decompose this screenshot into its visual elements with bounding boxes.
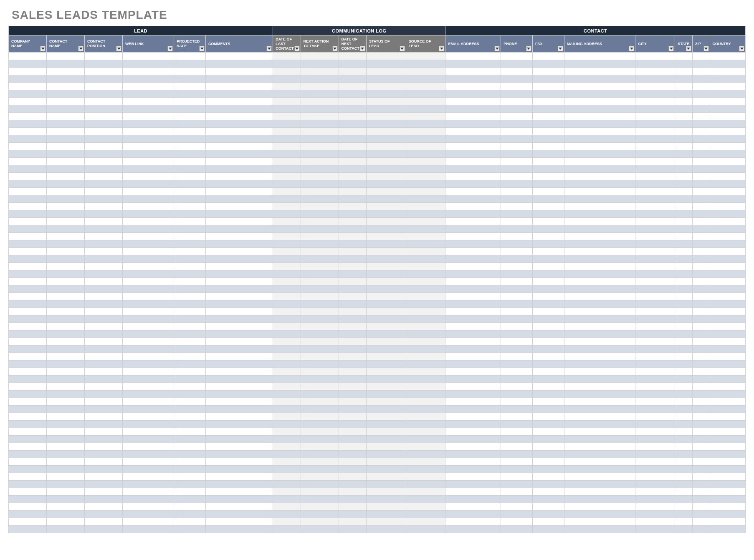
table-cell[interactable]	[692, 511, 710, 518]
table-cell[interactable]	[9, 240, 47, 248]
col-web-link[interactable]: WEB LINK	[123, 35, 174, 53]
table-cell[interactable]	[366, 338, 406, 346]
table-cell[interactable]	[85, 173, 123, 180]
table-cell[interactable]	[174, 143, 206, 150]
table-cell[interactable]	[301, 203, 339, 210]
table-cell[interactable]	[366, 158, 406, 165]
table-cell[interactable]	[366, 376, 406, 383]
table-cell[interactable]	[301, 308, 339, 315]
table-cell[interactable]	[710, 421, 745, 428]
table-cell[interactable]	[692, 526, 710, 533]
table-cell[interactable]	[501, 473, 533, 481]
table-cell[interactable]	[47, 466, 85, 473]
table-cell[interactable]	[206, 68, 273, 75]
table-cell[interactable]	[692, 158, 710, 165]
table-cell[interactable]	[174, 180, 206, 188]
table-cell[interactable]	[366, 511, 406, 518]
table-cell[interactable]	[532, 270, 564, 278]
table-cell[interactable]	[406, 428, 445, 436]
table-cell[interactable]	[174, 473, 206, 481]
table-cell[interactable]	[47, 398, 85, 406]
table-cell[interactable]	[366, 90, 406, 98]
table-cell[interactable]	[123, 391, 174, 398]
table-cell[interactable]	[47, 218, 85, 225]
table-cell[interactable]	[9, 376, 47, 383]
table-cell[interactable]	[85, 300, 123, 308]
table-cell[interactable]	[123, 218, 174, 225]
table-cell[interactable]	[273, 180, 301, 188]
table-cell[interactable]	[339, 195, 366, 203]
table-cell[interactable]	[366, 361, 406, 368]
table-cell[interactable]	[123, 338, 174, 346]
table-cell[interactable]	[273, 308, 301, 315]
table-cell[interactable]	[564, 436, 635, 443]
table-cell[interactable]	[406, 150, 445, 158]
table-cell[interactable]	[47, 353, 85, 361]
table-cell[interactable]	[445, 338, 501, 346]
table-cell[interactable]	[206, 308, 273, 315]
table-cell[interactable]	[273, 361, 301, 368]
table-cell[interactable]	[206, 323, 273, 330]
col-email-address[interactable]: EMAIL ADDRESS	[445, 35, 501, 53]
table-cell[interactable]	[675, 376, 693, 383]
col-date-last-contact[interactable]: DATE OF LAST CONTACT	[273, 35, 301, 53]
filter-dropdown-icon[interactable]	[739, 46, 744, 51]
table-cell[interactable]	[339, 346, 366, 353]
table-cell[interactable]	[501, 255, 533, 263]
table-cell[interactable]	[174, 428, 206, 436]
table-cell[interactable]	[273, 443, 301, 451]
table-cell[interactable]	[301, 518, 339, 526]
table-cell[interactable]	[635, 120, 675, 128]
filter-dropdown-icon[interactable]	[116, 46, 121, 51]
table-cell[interactable]	[273, 128, 301, 135]
table-cell[interactable]	[532, 75, 564, 83]
table-cell[interactable]	[339, 188, 366, 195]
table-cell[interactable]	[206, 413, 273, 421]
table-cell[interactable]	[675, 526, 693, 533]
table-cell[interactable]	[85, 225, 123, 233]
table-cell[interactable]	[675, 488, 693, 496]
table-cell[interactable]	[85, 128, 123, 135]
table-cell[interactable]	[206, 361, 273, 368]
table-cell[interactable]	[273, 473, 301, 481]
table-cell[interactable]	[9, 203, 47, 210]
table-cell[interactable]	[339, 68, 366, 75]
table-cell[interactable]	[445, 143, 501, 150]
table-cell[interactable]	[47, 188, 85, 195]
table-cell[interactable]	[564, 270, 635, 278]
table-cell[interactable]	[85, 278, 123, 285]
filter-dropdown-icon[interactable]	[332, 46, 338, 51]
table-cell[interactable]	[174, 488, 206, 496]
table-cell[interactable]	[532, 338, 564, 346]
table-cell[interactable]	[675, 383, 693, 391]
table-cell[interactable]	[675, 210, 693, 218]
table-cell[interactable]	[501, 338, 533, 346]
table-cell[interactable]	[532, 285, 564, 293]
table-cell[interactable]	[174, 285, 206, 293]
table-cell[interactable]	[532, 511, 564, 518]
table-cell[interactable]	[206, 233, 273, 240]
table-cell[interactable]	[501, 120, 533, 128]
table-cell[interactable]	[692, 503, 710, 511]
table-cell[interactable]	[9, 68, 47, 75]
table-cell[interactable]	[9, 300, 47, 308]
table-cell[interactable]	[564, 451, 635, 458]
table-cell[interactable]	[9, 195, 47, 203]
table-cell[interactable]	[206, 315, 273, 323]
table-cell[interactable]	[301, 451, 339, 458]
table-cell[interactable]	[366, 263, 406, 270]
table-cell[interactable]	[445, 188, 501, 195]
table-cell[interactable]	[174, 315, 206, 323]
table-cell[interactable]	[339, 225, 366, 233]
table-cell[interactable]	[206, 285, 273, 293]
table-cell[interactable]	[123, 233, 174, 240]
table-cell[interactable]	[206, 188, 273, 195]
table-cell[interactable]	[406, 233, 445, 240]
table-cell[interactable]	[501, 383, 533, 391]
table-cell[interactable]	[273, 173, 301, 180]
table-cell[interactable]	[301, 105, 339, 113]
table-cell[interactable]	[9, 315, 47, 323]
table-cell[interactable]	[564, 443, 635, 451]
table-cell[interactable]	[9, 526, 47, 533]
table-cell[interactable]	[532, 323, 564, 330]
